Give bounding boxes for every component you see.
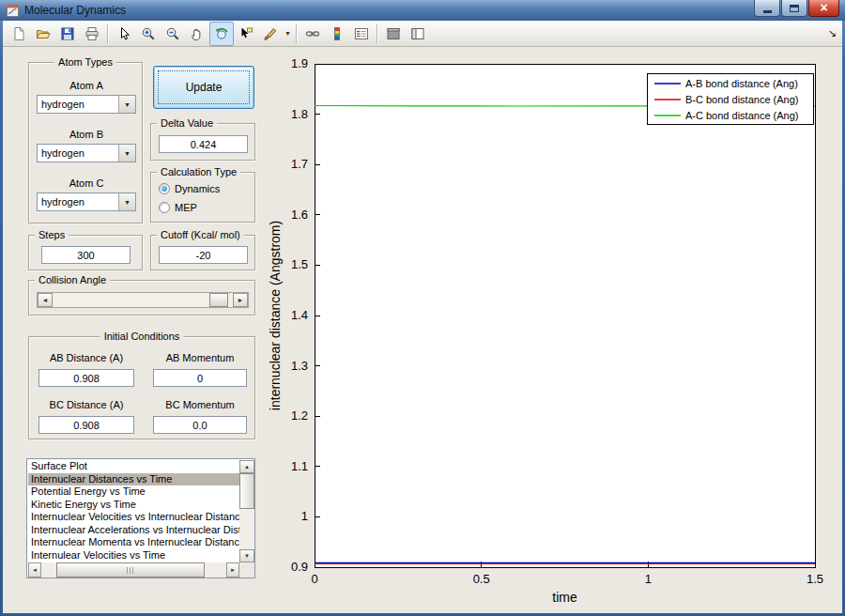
scroll-right-arrow-icon[interactable]: ► — [226, 562, 239, 578]
atom-c-label: Atom C — [29, 177, 144, 189]
cutoff-group: Cutoff (Kcal/ mol) — [150, 235, 255, 270]
figure-canvas: Atom Types Atom A hydrogen ▼ Atom B hydr… — [3, 47, 842, 613]
list-item[interactable]: Internulear Velocities vs Time — [28, 549, 239, 562]
scroll-up-arrow-icon[interactable]: ▲ — [239, 460, 254, 473]
chevron-down-icon[interactable]: ▼ — [118, 193, 135, 210]
link-plot-icon — [305, 26, 320, 41]
radio-mep[interactable]: MEP — [159, 202, 197, 213]
steps-title: Steps — [35, 228, 69, 241]
edit-plot-icon — [116, 26, 131, 41]
radio-unselected-icon[interactable] — [159, 202, 170, 213]
y-tick-label: 1 — [301, 509, 308, 523]
horizontal-scroll-thumb[interactable] — [56, 562, 205, 578]
pan-button[interactable] — [185, 22, 209, 46]
data-cursor-icon — [238, 26, 254, 41]
radio-dynamics[interactable]: Dynamics — [159, 183, 220, 194]
y-tick-label: 1.2 — [291, 408, 308, 423]
show-plot-tools-button[interactable] — [406, 22, 430, 46]
delta-value-field[interactable] — [159, 135, 248, 153]
insert-legend-icon — [354, 26, 369, 41]
toolbar: ▼ ↘ — [3, 21, 842, 47]
save-figure-button[interactable] — [55, 22, 80, 46]
rotate-3d-button[interactable] — [209, 22, 234, 46]
bc-distance-field[interactable] — [38, 416, 134, 434]
edit-plot-button[interactable] — [112, 22, 136, 46]
brush-data-button[interactable] — [258, 22, 283, 46]
ab-momentum-field[interactable] — [153, 369, 247, 387]
x-tick-label: 0.5 — [473, 572, 490, 586]
x-tick-label: 1 — [645, 572, 652, 586]
insert-colorbar-button[interactable] — [325, 22, 349, 46]
window-title: Molecular Dynamics — [24, 4, 126, 17]
titlebar[interactable]: Molecular Dynamics × — [0, 0, 845, 21]
toolbar-overflow-icon[interactable]: ↘ — [828, 27, 837, 39]
list-item[interactable]: Internuclear Velocities vs Internuclear … — [28, 511, 239, 524]
list-item[interactable]: Internuclear Momenta vs Internuclear Dis… — [28, 536, 239, 549]
x-tick-label: 0 — [311, 572, 317, 586]
vertical-scroll-thumb[interactable] — [239, 473, 254, 509]
minimize-button[interactable] — [754, 0, 780, 17]
new-figure-button[interactable] — [7, 22, 31, 46]
maximize-button[interactable] — [781, 0, 807, 17]
plot-type-listbox[interactable]: Surface Plot Internuclear Distances vs T… — [26, 458, 255, 578]
initial-conditions-title: Initial Conditions — [100, 330, 184, 343]
open-file-icon — [36, 26, 51, 41]
y-tick-label: 1.9 — [291, 56, 308, 70]
close-icon: × — [820, 1, 827, 15]
y-tick-label: 1.6 — [291, 208, 308, 222]
y-axis-label: internuclear distance (Angstrom) — [268, 221, 283, 410]
data-cursor-button[interactable] — [234, 22, 258, 46]
zoom-in-button[interactable] — [136, 22, 161, 46]
x-tick-label: 1.5 — [807, 572, 823, 586]
legend-entry-label: A-C bond distance (Ang) — [685, 110, 798, 121]
plot-type-list: Surface Plot Internuclear Distances vs T… — [28, 460, 239, 562]
plot-area[interactable]: 00.511.50.911.11.21.31.41.51.61.71.81.9t… — [263, 49, 843, 613]
list-item[interactable]: Surface Plot — [28, 460, 239, 473]
maximize-icon — [790, 5, 799, 12]
cutoff-title: Cutoff (Kcal/ mol) — [157, 228, 244, 241]
scroll-left-arrow-icon[interactable]: ◄ — [28, 562, 41, 578]
atom-c-select[interactable]: hydrogen ▼ — [37, 192, 136, 211]
atom-a-select[interactable]: hydrogen ▼ — [37, 95, 136, 114]
y-tick-label: 1.3 — [291, 359, 308, 373]
slider-left-arrow-icon[interactable]: ◄ — [38, 293, 53, 307]
atom-c-value: hydrogen — [38, 193, 118, 210]
legend-entry-label: A-B bond distance (Ang) — [685, 78, 798, 89]
list-item[interactable]: Kinetic Energy vs Time — [28, 499, 239, 512]
horizontal-scrollbar[interactable]: ◄ ► — [28, 562, 239, 578]
slider-right-arrow-icon[interactable]: ► — [233, 293, 248, 307]
ab-momentum-label: AB Momentum — [153, 352, 247, 363]
list-item-selected[interactable]: Internuclear Distances vs Time — [28, 473, 239, 486]
hide-plot-tools-button[interactable] — [381, 22, 406, 46]
cutoff-field[interactable] — [159, 246, 248, 264]
print-figure-button[interactable] — [80, 22, 104, 46]
atom-a-value: hydrogen — [38, 96, 118, 113]
bc-momentum-field[interactable] — [153, 416, 247, 434]
open-file-button[interactable] — [31, 22, 55, 46]
scroll-down-arrow-icon[interactable]: ▼ — [239, 549, 254, 562]
steps-field[interactable] — [41, 246, 131, 264]
minimize-icon — [763, 10, 772, 13]
calculation-type-group: Calculation Type Dynamics MEP — [150, 172, 255, 223]
save-figure-icon — [60, 26, 75, 41]
zoom-out-button[interactable] — [161, 22, 185, 46]
update-button[interactable]: Update — [153, 66, 254, 109]
link-plot-button[interactable] — [300, 22, 325, 46]
close-button[interactable]: × — [808, 0, 839, 17]
brush-dropdown-arrow[interactable]: ▼ — [283, 23, 293, 45]
ab-distance-field[interactable] — [38, 369, 134, 387]
chevron-down-icon[interactable]: ▼ — [118, 96, 135, 113]
insert-legend-button[interactable] — [349, 22, 374, 46]
chevron-down-icon[interactable]: ▼ — [118, 145, 135, 162]
atom-b-value: hydrogen — [38, 145, 118, 162]
atom-b-select[interactable]: hydrogen ▼ — [37, 144, 136, 162]
zoom-in-icon — [141, 26, 156, 41]
list-item[interactable]: Internuclear Accelerations vs Internucle… — [28, 524, 239, 537]
collision-angle-slider[interactable]: ◄ ► — [37, 292, 249, 308]
collision-angle-thumb[interactable] — [209, 293, 228, 307]
vertical-scrollbar[interactable]: ▲ ▼ — [239, 460, 254, 562]
radio-selected-icon[interactable] — [159, 183, 170, 194]
insert-colorbar-icon — [330, 26, 345, 41]
list-item[interactable]: Potential Energy vs Time — [28, 485, 239, 499]
toolbar-separator — [376, 24, 378, 43]
